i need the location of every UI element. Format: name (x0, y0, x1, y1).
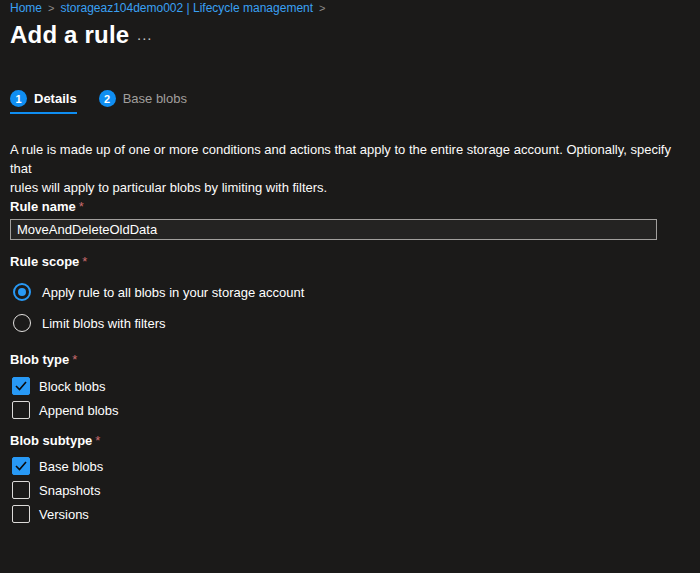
checkbox-append-blobs-label[interactable]: Append blobs (39, 403, 119, 418)
radio-limit-blobs-filters-label[interactable]: Limit blobs with filters (42, 316, 166, 331)
checkbox-block-blobs-label[interactable]: Block blobs (39, 379, 105, 394)
tab-base-blobs-label: Base blobs (123, 91, 187, 106)
tab-details[interactable]: 1 Details (10, 90, 77, 114)
required-asterisk: * (95, 433, 100, 448)
checkbox-unchecked-icon[interactable] (12, 505, 30, 523)
rule-description-text: A rule is made up of one or more conditi… (10, 140, 682, 197)
checkbox-base-blobs-label[interactable]: Base blobs (39, 459, 103, 474)
checkbox-checked-icon[interactable] (12, 457, 30, 475)
required-asterisk: * (82, 254, 87, 269)
tab-details-label: Details (34, 91, 77, 106)
required-asterisk: * (72, 352, 77, 367)
blob-subtype-label: Blob subtype* (10, 433, 100, 448)
breadcrumb-separator: > (319, 2, 325, 14)
rule-name-label: Rule name* (10, 199, 84, 214)
radio-button-icon[interactable] (13, 314, 31, 332)
blob-subtype-label-text: Blob subtype (10, 433, 92, 448)
checkbox-unchecked-icon[interactable] (12, 401, 30, 419)
step-tabs: 1 Details 2 Base blobs (10, 90, 187, 114)
page-title: Add a rule (10, 21, 129, 49)
rule-scope-label-text: Rule scope (10, 254, 79, 269)
checkbox-checked-icon[interactable] (12, 377, 30, 395)
required-asterisk: * (79, 199, 84, 214)
radio-apply-all-blobs-label[interactable]: Apply rule to all blobs in your storage … (42, 285, 304, 300)
rule-name-label-text: Rule name (10, 199, 76, 214)
breadcrumb-link-home[interactable]: Home (10, 1, 42, 15)
radio-button-icon[interactable] (13, 283, 31, 301)
breadcrumb: Home > storageaz104demo002 | Lifecycle m… (10, 1, 326, 15)
step-2-circle: 2 (99, 90, 116, 107)
checkbox-versions-label[interactable]: Versions (39, 507, 89, 522)
more-options-button[interactable]: ... (137, 26, 153, 43)
checkbox-snapshots-label[interactable]: Snapshots (39, 483, 100, 498)
checkbox-snapshots[interactable]: Snapshots (12, 481, 100, 499)
checkbox-block-blobs[interactable]: Block blobs (12, 377, 105, 395)
blob-type-label-text: Blob type (10, 352, 69, 367)
rule-name-input[interactable] (10, 219, 657, 240)
checkbox-unchecked-icon[interactable] (12, 481, 30, 499)
checkbox-append-blobs[interactable]: Append blobs (12, 401, 119, 419)
radio-limit-blobs-filters[interactable]: Limit blobs with filters (13, 314, 166, 332)
breadcrumb-link-lifecycle-management[interactable]: storageaz104demo002 | Lifecycle manageme… (60, 1, 313, 15)
rule-scope-label: Rule scope* (10, 254, 87, 269)
radio-apply-all-blobs[interactable]: Apply rule to all blobs in your storage … (13, 283, 304, 301)
breadcrumb-separator: > (48, 2, 54, 14)
checkbox-base-blobs[interactable]: Base blobs (12, 457, 103, 475)
step-1-circle: 1 (10, 90, 27, 107)
checkbox-versions[interactable]: Versions (12, 505, 89, 523)
tab-base-blobs[interactable]: 2 Base blobs (99, 90, 187, 114)
blob-type-label: Blob type* (10, 352, 77, 367)
